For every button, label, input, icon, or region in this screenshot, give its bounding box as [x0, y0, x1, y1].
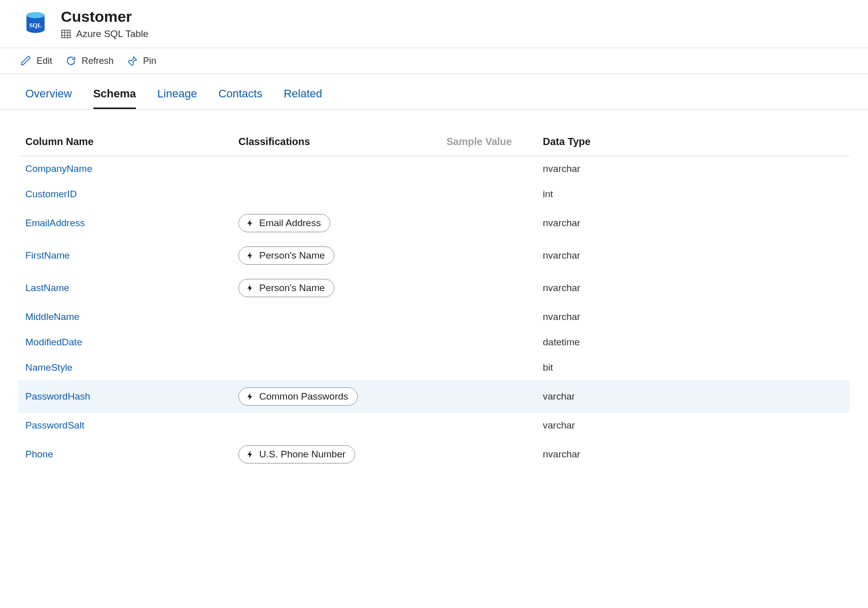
- tabs: Overview Schema Lineage Contacts Related: [0, 74, 868, 110]
- edit-button[interactable]: Edit: [20, 55, 52, 66]
- table-row[interactable]: CompanyNamenvarchar: [18, 156, 850, 182]
- data-type: nvarchar: [536, 438, 850, 471]
- refresh-icon: [65, 55, 77, 66]
- table-row[interactable]: MiddleNamenvarchar: [18, 304, 850, 330]
- column-link[interactable]: FirstName: [25, 250, 70, 261]
- column-link[interactable]: CompanyName: [25, 163, 92, 174]
- sample-value: [439, 330, 536, 355]
- column-link[interactable]: PasswordSalt: [25, 420, 84, 431]
- classification-pill[interactable]: Common Passwords: [238, 387, 358, 406]
- classification-pill[interactable]: U.S. Phone Number: [238, 445, 355, 463]
- table-row[interactable]: PhoneU.S. Phone Numbernvarchar: [18, 438, 850, 471]
- classification-pill[interactable]: Person's Name: [238, 246, 334, 265]
- classification-label: Common Passwords: [259, 391, 348, 402]
- table-row[interactable]: FirstNamePerson's Namenvarchar: [18, 239, 850, 272]
- data-type: bit: [536, 355, 850, 380]
- sample-value: [439, 438, 536, 471]
- sample-value: [439, 207, 536, 239]
- page-header: SQL Customer Azure SQL Table: [0, 0, 868, 48]
- tab-contacts[interactable]: Contacts: [218, 87, 262, 109]
- sample-value: [439, 272, 536, 304]
- table-row[interactable]: PasswordHashCommon Passwordsvarchar: [18, 380, 850, 413]
- th-sample-value[interactable]: Sample Value: [439, 130, 536, 156]
- column-link[interactable]: NameStyle: [25, 362, 73, 373]
- refresh-button[interactable]: Refresh: [65, 55, 114, 66]
- data-type: nvarchar: [536, 272, 850, 304]
- column-link[interactable]: LastName: [25, 282, 70, 293]
- table-row[interactable]: ModifiedDatedatetime: [18, 330, 850, 355]
- page-subtitle: Azure SQL Table: [76, 28, 149, 40]
- svg-text:SQL: SQL: [29, 22, 42, 29]
- data-type: datetime: [536, 330, 850, 355]
- classification-label: Person's Name: [259, 282, 325, 294]
- svg-point-2: [26, 12, 45, 18]
- classification-pill[interactable]: Email Address: [238, 214, 330, 232]
- sql-db-icon: SQL: [20, 9, 51, 39]
- tab-overview[interactable]: Overview: [25, 87, 72, 109]
- sample-value: [439, 380, 536, 413]
- pencil-icon: [20, 55, 31, 66]
- data-type: int: [536, 182, 850, 207]
- sample-value: [439, 239, 536, 272]
- pin-icon: [127, 55, 138, 66]
- tab-schema[interactable]: Schema: [93, 87, 136, 109]
- sample-value: [439, 355, 536, 380]
- classification-label: U.S. Phone Number: [259, 449, 345, 460]
- page-title: Customer: [61, 8, 149, 25]
- data-type: nvarchar: [536, 239, 850, 272]
- table-icon: [61, 29, 71, 39]
- sample-value: [439, 156, 536, 182]
- column-link[interactable]: ModifiedDate: [25, 337, 82, 347]
- data-type: varchar: [536, 380, 850, 413]
- table-row[interactable]: CustomerIDint: [18, 182, 850, 207]
- table-row[interactable]: PasswordSaltvarchar: [18, 413, 850, 438]
- pin-button[interactable]: Pin: [127, 55, 156, 66]
- column-link[interactable]: Phone: [25, 449, 53, 459]
- column-link[interactable]: CustomerID: [25, 189, 77, 199]
- tab-related[interactable]: Related: [284, 87, 322, 109]
- th-classifications[interactable]: Classifications: [231, 130, 439, 156]
- sample-value: [439, 182, 536, 207]
- sample-value: [439, 413, 536, 438]
- column-link[interactable]: EmailAddress: [25, 218, 85, 228]
- column-link[interactable]: MiddleName: [25, 311, 80, 322]
- sample-value: [439, 304, 536, 330]
- column-link[interactable]: PasswordHash: [25, 391, 90, 402]
- data-type: varchar: [536, 413, 850, 438]
- toolbar: Edit Refresh Pin: [0, 48, 868, 74]
- table-row[interactable]: LastNamePerson's Namenvarchar: [18, 272, 850, 304]
- data-type: nvarchar: [536, 207, 850, 239]
- data-type: nvarchar: [536, 304, 850, 330]
- th-column-name[interactable]: Column Name: [18, 130, 231, 156]
- svg-rect-4: [62, 30, 71, 38]
- schema-table: Column Name Classifications Sample Value…: [18, 130, 850, 471]
- table-row[interactable]: EmailAddressEmail Addressnvarchar: [18, 207, 850, 239]
- th-data-type[interactable]: Data Type: [536, 130, 850, 156]
- edit-label: Edit: [37, 56, 52, 66]
- refresh-label: Refresh: [82, 56, 114, 66]
- data-type: nvarchar: [536, 156, 850, 182]
- tab-lineage[interactable]: Lineage: [157, 87, 197, 109]
- table-row[interactable]: NameStylebit: [18, 355, 850, 380]
- classification-pill[interactable]: Person's Name: [238, 279, 334, 297]
- classification-label: Email Address: [259, 218, 321, 229]
- pin-label: Pin: [143, 56, 156, 66]
- classification-label: Person's Name: [259, 250, 325, 261]
